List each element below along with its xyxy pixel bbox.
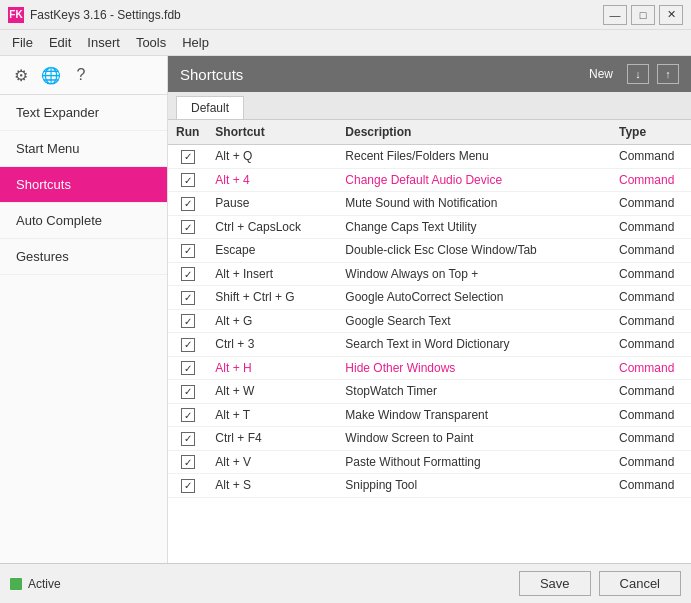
row-shortcut: Alt + W bbox=[207, 380, 337, 404]
table-row[interactable]: PauseMute Sound with NotificationCommand bbox=[168, 192, 691, 216]
row-description: Search Text in Word Dictionary bbox=[337, 333, 611, 357]
close-button[interactable]: ✕ bbox=[659, 5, 683, 25]
row-type: Command bbox=[611, 192, 691, 216]
sidebar-icons: ⚙ 🌐 ? bbox=[0, 56, 167, 95]
row-type: Command bbox=[611, 427, 691, 451]
row-checkbox[interactable] bbox=[181, 173, 195, 187]
help-icon[interactable]: ? bbox=[70, 64, 92, 86]
table-row[interactable]: Shift + Ctrl + GGoogle AutoCorrect Selec… bbox=[168, 286, 691, 310]
row-description: Change Caps Text Utility bbox=[337, 215, 611, 239]
content-title: Shortcuts bbox=[180, 66, 243, 83]
sidebar-item-start-menu[interactable]: Start Menu bbox=[0, 131, 167, 167]
row-checkbox[interactable] bbox=[181, 479, 195, 493]
table-row[interactable]: Alt + VPaste Without FormattingCommand bbox=[168, 450, 691, 474]
row-type: Command bbox=[611, 145, 691, 169]
settings-icon[interactable]: ⚙ bbox=[10, 64, 32, 86]
status-bar: Active Save Cancel bbox=[0, 563, 691, 603]
status-dot bbox=[10, 578, 22, 590]
row-shortcut: Alt + G bbox=[207, 309, 337, 333]
row-checkbox[interactable] bbox=[181, 408, 195, 422]
status-indicator: Active bbox=[10, 577, 61, 591]
row-type: Command bbox=[611, 333, 691, 357]
table-row[interactable]: Alt + TMake Window TransparentCommand bbox=[168, 403, 691, 427]
menu-insert[interactable]: Insert bbox=[79, 32, 128, 53]
table-row[interactable]: Ctrl + 3Search Text in Word DictionaryCo… bbox=[168, 333, 691, 357]
row-shortcut: Ctrl + 3 bbox=[207, 333, 337, 357]
table-row[interactable]: Alt + SSnipping ToolCommand bbox=[168, 474, 691, 498]
table-row[interactable]: Ctrl + CapsLockChange Caps Text UtilityC… bbox=[168, 215, 691, 239]
row-checkbox[interactable] bbox=[181, 432, 195, 446]
sidebar-item-shortcuts[interactable]: Shortcuts bbox=[0, 167, 167, 203]
window-title: FastKeys 3.16 - Settings.fdb bbox=[30, 8, 181, 22]
sidebar-item-auto-complete[interactable]: Auto Complete bbox=[0, 203, 167, 239]
menu-bar: File Edit Insert Tools Help bbox=[0, 30, 691, 56]
row-checkbox[interactable] bbox=[181, 291, 195, 305]
row-description: Paste Without Formatting bbox=[337, 450, 611, 474]
tab-bar: Default bbox=[168, 92, 691, 120]
row-type: Command bbox=[611, 168, 691, 192]
row-checkbox[interactable] bbox=[181, 361, 195, 375]
table-row[interactable]: Ctrl + F4Window Screen to PaintCommand bbox=[168, 427, 691, 451]
row-type: Command bbox=[611, 215, 691, 239]
menu-file[interactable]: File bbox=[4, 32, 41, 53]
minimize-button[interactable]: — bbox=[603, 5, 627, 25]
row-checkbox[interactable] bbox=[181, 197, 195, 211]
col-type: Type bbox=[611, 120, 691, 145]
tab-default[interactable]: Default bbox=[176, 96, 244, 119]
row-checkbox[interactable] bbox=[181, 385, 195, 399]
row-shortcut: Alt + Insert bbox=[207, 262, 337, 286]
row-checkbox[interactable] bbox=[181, 267, 195, 281]
sidebar-item-gestures[interactable]: Gestures bbox=[0, 239, 167, 275]
row-checkbox[interactable] bbox=[181, 244, 195, 258]
row-description: Snipping Tool bbox=[337, 474, 611, 498]
shortcuts-table-container: Run Shortcut Description Type Alt + QRec… bbox=[168, 120, 691, 563]
row-checkbox[interactable] bbox=[181, 455, 195, 469]
col-shortcut: Shortcut bbox=[207, 120, 337, 145]
title-bar-controls: — □ ✕ bbox=[603, 5, 683, 25]
cancel-button[interactable]: Cancel bbox=[599, 571, 681, 596]
row-description: Recent Files/Folders Menu bbox=[337, 145, 611, 169]
row-shortcut: Pause bbox=[207, 192, 337, 216]
title-bar: FK FastKeys 3.16 - Settings.fdb — □ ✕ bbox=[0, 0, 691, 30]
row-checkbox[interactable] bbox=[181, 314, 195, 328]
row-type: Command bbox=[611, 309, 691, 333]
row-checkbox[interactable] bbox=[181, 150, 195, 164]
table-row[interactable]: Alt + 4Change Default Audio DeviceComman… bbox=[168, 168, 691, 192]
new-button[interactable]: New bbox=[583, 65, 619, 83]
menu-edit[interactable]: Edit bbox=[41, 32, 79, 53]
status-label: Active bbox=[28, 577, 61, 591]
row-description: Hide Other Windows bbox=[337, 356, 611, 380]
row-type: Command bbox=[611, 286, 691, 310]
row-type: Command bbox=[611, 450, 691, 474]
menu-tools[interactable]: Tools bbox=[128, 32, 174, 53]
move-up-button[interactable]: ↑ bbox=[657, 64, 679, 84]
row-description: StopWatch Timer bbox=[337, 380, 611, 404]
row-shortcut: Ctrl + CapsLock bbox=[207, 215, 337, 239]
table-header-row: Run Shortcut Description Type bbox=[168, 120, 691, 145]
col-description: Description bbox=[337, 120, 611, 145]
table-row[interactable]: Alt + HHide Other WindowsCommand bbox=[168, 356, 691, 380]
row-checkbox[interactable] bbox=[181, 338, 195, 352]
move-down-button[interactable]: ↓ bbox=[627, 64, 649, 84]
row-shortcut: Alt + 4 bbox=[207, 168, 337, 192]
table-row[interactable]: Alt + QRecent Files/Folders MenuCommand bbox=[168, 145, 691, 169]
row-checkbox[interactable] bbox=[181, 220, 195, 234]
row-shortcut: Escape bbox=[207, 239, 337, 263]
main-layout: ⚙ 🌐 ? Text Expander Start Menu Shortcuts… bbox=[0, 56, 691, 563]
row-type: Command bbox=[611, 380, 691, 404]
row-shortcut: Alt + V bbox=[207, 450, 337, 474]
globe-icon[interactable]: 🌐 bbox=[40, 64, 62, 86]
col-run: Run bbox=[168, 120, 207, 145]
save-button[interactable]: Save bbox=[519, 571, 591, 596]
maximize-button[interactable]: □ bbox=[631, 5, 655, 25]
table-row[interactable]: Alt + InsertWindow Always on Top +Comman… bbox=[168, 262, 691, 286]
sidebar-item-text-expander[interactable]: Text Expander bbox=[0, 95, 167, 131]
table-row[interactable]: EscapeDouble-click Esc Close Window/TabC… bbox=[168, 239, 691, 263]
table-row[interactable]: Alt + WStopWatch TimerCommand bbox=[168, 380, 691, 404]
title-bar-left: FK FastKeys 3.16 - Settings.fdb bbox=[8, 7, 181, 23]
row-description: Change Default Audio Device bbox=[337, 168, 611, 192]
table-row[interactable]: Alt + GGoogle Search TextCommand bbox=[168, 309, 691, 333]
content-header: Shortcuts New ↓ ↑ bbox=[168, 56, 691, 92]
menu-help[interactable]: Help bbox=[174, 32, 217, 53]
row-type: Command bbox=[611, 356, 691, 380]
